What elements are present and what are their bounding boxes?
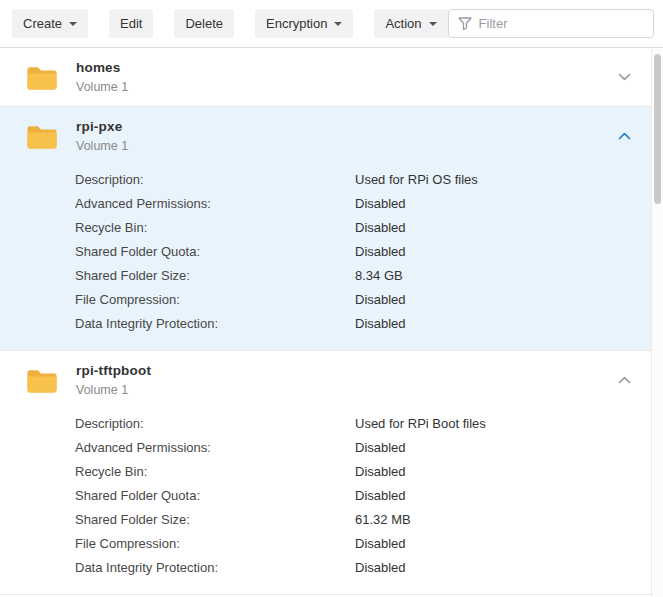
folder-icon — [26, 124, 57, 149]
folder-detail-row: File Compression: Disabled — [75, 288, 651, 312]
folder-detail-row: Description: Used for RPi Boot files — [75, 412, 651, 436]
expand-chevron-icon[interactable] — [614, 69, 635, 85]
toolbar-button-label: Edit — [120, 16, 142, 31]
folder-detail-row: Recycle Bin: Disabled — [75, 460, 651, 484]
detail-label: Advanced Permissions: — [75, 436, 355, 460]
detail-label: File Compression: — [75, 288, 355, 312]
detail-value: Disabled — [355, 192, 406, 216]
detail-value: Disabled — [355, 216, 406, 240]
folder-text: homes Volume 1 — [76, 60, 128, 94]
folder-detail-row: Data Integrity Protection: Disabled — [75, 556, 651, 580]
detail-label: Shared Folder Quota: — [75, 484, 355, 508]
expand-chevron-icon[interactable] — [614, 372, 635, 388]
detail-value: Used for RPi Boot files — [355, 412, 486, 436]
folder-name: homes — [76, 60, 128, 75]
caret-down-icon — [334, 22, 342, 26]
detail-value: 61.32 MB — [355, 508, 411, 532]
filter-box[interactable] — [448, 9, 654, 38]
folder-details: Description: Used for RPi OS files Advan… — [0, 165, 651, 350]
toolbar-button-label: Action — [385, 16, 421, 31]
folder-text: rpi-tftpboot Volume 1 — [76, 363, 151, 397]
folder-name: rpi-pxe — [76, 119, 128, 134]
vertical-scrollbar[interactable] — [651, 48, 663, 597]
filter-funnel-icon — [458, 17, 472, 30]
detail-value: Disabled — [355, 240, 406, 264]
folder-detail-row: Shared Folder Size: 61.32 MB — [75, 508, 651, 532]
shared-folder-panel: Create Edit Delete Encryption Action — [0, 0, 663, 597]
caret-down-icon — [69, 22, 77, 26]
detail-value: 8.34 GB — [355, 264, 403, 288]
filter-input[interactable] — [479, 16, 644, 31]
detail-label: Advanced Permissions: — [75, 192, 355, 216]
detail-value: Disabled — [355, 556, 406, 580]
detail-label: Shared Folder Size: — [75, 264, 355, 288]
detail-value: Disabled — [355, 460, 406, 484]
encryption-button[interactable]: Encryption — [255, 9, 353, 38]
folder-row-homes[interactable]: homes Volume 1 — [0, 48, 651, 107]
detail-label: Recycle Bin: — [75, 460, 355, 484]
detail-label: File Compression: — [75, 532, 355, 556]
folder-detail-row: File Compression: Disabled — [75, 532, 651, 556]
folder-row-rpi-pxe[interactable]: rpi-pxe Volume 1 Description: Used for R… — [0, 107, 651, 351]
folder-detail-row: Data Integrity Protection: Disabled — [75, 312, 651, 336]
folder-volume-label: Volume 1 — [76, 139, 128, 153]
toolbar-button-group: Create Edit Delete Encryption Action — [12, 9, 448, 38]
folder-row-head[interactable]: rpi-tftpboot Volume 1 — [0, 351, 651, 409]
caret-down-icon — [429, 22, 437, 26]
folder-row-head[interactable]: homes Volume 1 — [0, 48, 651, 106]
scrollbar-thumb[interactable] — [654, 54, 661, 204]
action-button[interactable]: Action — [374, 9, 447, 38]
folder-row-rpi-tftpboot[interactable]: rpi-tftpboot Volume 1 Description: Used … — [0, 351, 651, 595]
detail-label: Recycle Bin: — [75, 216, 355, 240]
toolbar-button-label: Delete — [185, 16, 223, 31]
folder-detail-row: Advanced Permissions: Disabled — [75, 436, 651, 460]
folder-detail-row: Advanced Permissions: Disabled — [75, 192, 651, 216]
folder-volume-label: Volume 1 — [76, 383, 151, 397]
folder-detail-row: Recycle Bin: Disabled — [75, 216, 651, 240]
toolbar-button-label: Encryption — [266, 16, 327, 31]
folder-icon — [26, 368, 57, 393]
detail-value: Disabled — [355, 532, 406, 556]
folder-name: rpi-tftpboot — [76, 363, 151, 378]
detail-value: Used for RPi OS files — [355, 168, 478, 192]
expand-chevron-icon[interactable] — [614, 128, 635, 144]
detail-label: Description: — [75, 168, 355, 192]
detail-value: Disabled — [355, 436, 406, 460]
detail-label: Shared Folder Size: — [75, 508, 355, 532]
detail-label: Data Integrity Protection: — [75, 556, 355, 580]
folder-detail-row: Shared Folder Quota: Disabled — [75, 484, 651, 508]
folder-detail-row: Shared Folder Size: 8.34 GB — [75, 264, 651, 288]
folder-volume-label: Volume 1 — [76, 80, 128, 94]
folder-text: rpi-pxe Volume 1 — [76, 119, 128, 153]
folder-row-head[interactable]: rpi-pxe Volume 1 — [0, 107, 651, 165]
detail-value: Disabled — [355, 484, 406, 508]
detail-label: Shared Folder Quota: — [75, 240, 355, 264]
folder-detail-row: Description: Used for RPi OS files — [75, 168, 651, 192]
folder-details: Description: Used for RPi Boot files Adv… — [0, 409, 651, 594]
detail-label: Data Integrity Protection: — [75, 312, 355, 336]
create-button[interactable]: Create — [12, 9, 88, 38]
edit-button[interactable]: Edit — [109, 9, 153, 38]
toolbar-button-label: Create — [23, 16, 62, 31]
detail-label: Description: — [75, 412, 355, 436]
toolbar: Create Edit Delete Encryption Action — [0, 0, 663, 48]
folder-detail-row: Shared Folder Quota: Disabled — [75, 240, 651, 264]
delete-button[interactable]: Delete — [174, 9, 234, 38]
folder-icon — [26, 65, 57, 90]
shared-folder-list: homes Volume 1 rpi-pxe Volume 1 — [0, 48, 651, 595]
detail-value: Disabled — [355, 288, 406, 312]
detail-value: Disabled — [355, 312, 406, 336]
